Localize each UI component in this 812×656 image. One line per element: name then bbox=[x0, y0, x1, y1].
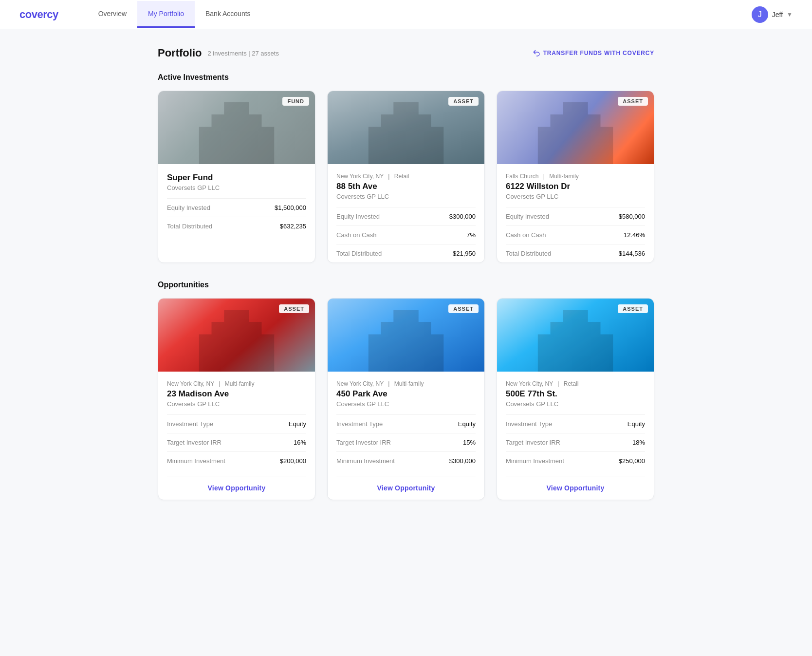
stat-label: Equity Invested bbox=[336, 213, 380, 220]
portfolio-title-group: Portfolio 2 investments | 27 assets bbox=[158, 47, 279, 59]
stat-row: Target Investor IRR 15% bbox=[336, 433, 476, 452]
stat-label: Total Distributed bbox=[167, 223, 212, 230]
card-stats-450-park: Investment Type Equity Target Investor I… bbox=[336, 414, 476, 470]
stat-row: Minimum Investment $200,000 bbox=[167, 452, 306, 470]
stat-row: Equity Invested $580,000 bbox=[506, 207, 645, 226]
card-badge-450-park: ASSET bbox=[448, 304, 479, 313]
chevron-down-icon: ▼ bbox=[787, 11, 793, 18]
card-body-450-park: New York City, NY | Multi-family 450 Par… bbox=[328, 372, 484, 500]
view-opportunity-button-450-park[interactable]: View Opportunity bbox=[336, 476, 476, 500]
stat-value: 12.46% bbox=[624, 231, 645, 239]
stat-row: Total Distributed $144,536 bbox=[506, 244, 645, 262]
card-name-23-madison: 23 Madison Ave bbox=[167, 389, 306, 399]
card-name-450-park: 450 Park Ave bbox=[336, 389, 476, 399]
card-stats-23-madison: Investment Type Equity Target Investor I… bbox=[167, 414, 306, 470]
card-body-500e-77th: New York City, NY | Retail 500E 77th St.… bbox=[497, 372, 654, 500]
card-name-super-fund: Super Fund bbox=[167, 173, 306, 183]
card-image-super-fund: FUND bbox=[158, 91, 315, 164]
card-88-5th-ave: ASSET New York City, NY | Retail 88 5th … bbox=[327, 91, 485, 263]
user-menu[interactable]: J Jeff ▼ bbox=[752, 6, 793, 23]
user-name: Jeff bbox=[772, 11, 783, 19]
card-body-super-fund: Super Fund Coversets GP LLC Equity Inves… bbox=[158, 164, 315, 235]
view-opportunity-button-500e-77th[interactable]: View Opportunity bbox=[506, 476, 645, 500]
stat-value: $144,536 bbox=[619, 250, 645, 257]
nav-my-portfolio[interactable]: My Portfolio bbox=[137, 1, 195, 28]
stat-value: $250,000 bbox=[619, 457, 645, 465]
stat-value: $21,950 bbox=[453, 250, 476, 257]
stat-value: Equity bbox=[458, 420, 476, 428]
card-23-madison: ASSET New York City, NY | Multi-family 2… bbox=[158, 298, 315, 500]
transfer-funds-button[interactable]: TRANSFER FUNDS WITH COVERCY bbox=[533, 49, 654, 57]
stat-row: Total Distributed $21,950 bbox=[336, 244, 476, 262]
stat-row: Target Investor IRR 16% bbox=[167, 433, 306, 452]
stat-row: Minimum Investment $300,000 bbox=[336, 452, 476, 470]
stat-label: Minimum Investment bbox=[506, 457, 564, 465]
card-body-6122: Falls Church | Multi-family 6122 Willsto… bbox=[497, 164, 654, 262]
avatar: J bbox=[752, 6, 768, 23]
navbar: covercy Overview My Portfolio Bank Accou… bbox=[0, 0, 812, 29]
card-badge-fund: FUND bbox=[282, 97, 309, 106]
card-company-super-fund: Coversets GP LLC bbox=[167, 184, 306, 191]
stat-value: $200,000 bbox=[280, 457, 306, 465]
opportunities-title: Opportunities bbox=[158, 281, 654, 289]
stat-row: Target Investor IRR 18% bbox=[506, 433, 645, 452]
stat-label: Minimum Investment bbox=[336, 457, 395, 465]
portfolio-meta: 2 investments | 27 assets bbox=[207, 50, 278, 57]
portfolio-title: Portfolio bbox=[158, 47, 202, 59]
card-company-23-madison: Coversets GP LLC bbox=[167, 400, 306, 408]
card-meta-6122: Falls Church | Multi-family bbox=[506, 173, 645, 180]
card-450-park: ASSET New York City, NY | Multi-family 4… bbox=[327, 298, 485, 500]
main-content: Portfolio 2 investments | 27 assets TRAN… bbox=[138, 29, 674, 535]
stat-label: Investment Type bbox=[167, 420, 213, 428]
nav-bank-accounts[interactable]: Bank Accounts bbox=[195, 1, 261, 28]
card-name-6122: 6122 Willston Dr bbox=[506, 182, 645, 191]
stat-label: Investment Type bbox=[506, 420, 552, 428]
card-body-88-5th: New York City, NY | Retail 88 5th Ave Co… bbox=[328, 164, 484, 262]
card-stats-6122: Equity Invested $580,000 Cash on Cash 12… bbox=[506, 207, 645, 262]
view-opportunity-button-23-madison[interactable]: View Opportunity bbox=[167, 476, 306, 500]
card-meta-88-5th: New York City, NY | Retail bbox=[336, 173, 476, 180]
card-stats-super-fund: Equity Invested $1,500,000 Total Distrib… bbox=[167, 198, 306, 235]
stat-label: Target Investor IRR bbox=[336, 439, 391, 446]
stat-value: $1,500,000 bbox=[275, 204, 306, 211]
card-500e-77th: ASSET New York City, NY | Retail 500E 77… bbox=[497, 298, 654, 500]
stat-value: 16% bbox=[294, 439, 306, 446]
card-badge-500e-77th: ASSET bbox=[618, 304, 648, 313]
stat-row: Investment Type Equity bbox=[167, 415, 306, 433]
stat-value: $632,235 bbox=[280, 223, 306, 230]
card-company-6122: Coversets GP LLC bbox=[506, 193, 645, 200]
stat-row: Minimum Investment $250,000 bbox=[506, 452, 645, 470]
card-meta-500e-77th: New York City, NY | Retail bbox=[506, 380, 645, 387]
stat-label: Target Investor IRR bbox=[167, 439, 221, 446]
transfer-label: TRANSFER FUNDS WITH COVERCY bbox=[543, 50, 654, 56]
card-badge-6122: ASSET bbox=[618, 97, 648, 106]
card-stats-88-5th: Equity Invested $300,000 Cash on Cash 7%… bbox=[336, 207, 476, 262]
transfer-icon bbox=[533, 49, 540, 57]
card-company-88-5th: Coversets GP LLC bbox=[336, 193, 476, 200]
card-company-500e-77th: Coversets GP LLC bbox=[506, 400, 645, 408]
stat-value: 18% bbox=[632, 439, 645, 446]
stat-value: 15% bbox=[463, 439, 476, 446]
stat-label: Total Distributed bbox=[336, 250, 382, 257]
card-badge-23-madison: ASSET bbox=[279, 304, 309, 313]
stat-row: Investment Type Equity bbox=[336, 415, 476, 433]
card-body-23-madison: New York City, NY | Multi-family 23 Madi… bbox=[158, 372, 315, 500]
logo[interactable]: covercy bbox=[19, 8, 58, 21]
nav-links: Overview My Portfolio Bank Accounts bbox=[88, 1, 752, 28]
card-super-fund: FUND Super Fund Coversets GP LLC Equity … bbox=[158, 91, 315, 263]
card-company-450-park: Coversets GP LLC bbox=[336, 400, 476, 408]
card-image-88-5th: ASSET bbox=[328, 91, 484, 164]
stat-value: $300,000 bbox=[449, 213, 476, 220]
opportunities-grid: ASSET New York City, NY | Multi-family 2… bbox=[158, 298, 654, 500]
nav-overview[interactable]: Overview bbox=[88, 1, 137, 28]
stat-value: $300,000 bbox=[449, 457, 476, 465]
portfolio-header: Portfolio 2 investments | 27 assets TRAN… bbox=[158, 47, 654, 59]
stat-label: Cash on Cash bbox=[336, 231, 376, 239]
stat-label: Target Investor IRR bbox=[506, 439, 560, 446]
stat-label: Equity Invested bbox=[506, 213, 549, 220]
card-stats-500e-77th: Investment Type Equity Target Investor I… bbox=[506, 414, 645, 470]
card-badge-88-5th: ASSET bbox=[448, 97, 479, 106]
stat-label: Investment Type bbox=[336, 420, 383, 428]
stat-value: Equity bbox=[289, 420, 306, 428]
stat-value: $580,000 bbox=[619, 213, 645, 220]
